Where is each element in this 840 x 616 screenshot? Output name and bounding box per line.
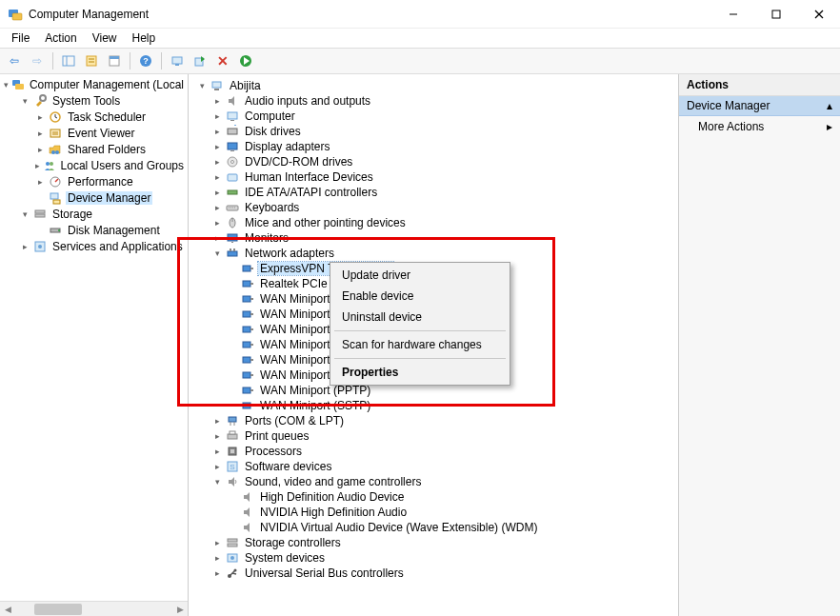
back-button[interactable]: ⇦ <box>4 50 25 71</box>
cat-keyboards[interactable]: ▸ Keyboards <box>210 200 678 215</box>
chevron-right-icon[interactable]: ▸ <box>211 156 223 168</box>
cat-software-devices[interactable]: ▸ S Software devices <box>210 459 678 474</box>
sound-device-2[interactable]: NVIDIA Virtual Audio Device (Wave Extens… <box>225 520 678 535</box>
svg-rect-44 <box>228 112 237 119</box>
chevron-right-icon[interactable]: ▸ <box>19 241 30 252</box>
chevron-down-icon[interactable]: ▾ <box>211 248 223 259</box>
cat-hid[interactable]: ▸ Human Interface Devices <box>210 169 678 185</box>
menu-action[interactable]: Action <box>37 30 84 46</box>
svg-rect-48 <box>228 143 237 149</box>
chevron-right-icon[interactable]: ▸ <box>211 567 223 579</box>
chevron-right-icon[interactable]: ▸ <box>211 95 223 107</box>
svg-rect-20 <box>15 84 24 89</box>
enable-button[interactable] <box>235 50 256 71</box>
update-driver-button[interactable] <box>190 50 210 71</box>
chevron-right-icon[interactable]: ▸ <box>211 217 223 229</box>
forward-button[interactable]: ⇨ <box>27 50 48 71</box>
cat-system-devices[interactable]: ▸ System devices <box>210 550 678 566</box>
uninstall-button[interactable]: ✕ <box>212 50 233 71</box>
sound-device-0[interactable]: High Definition Audio Device <box>225 489 678 505</box>
cat-audio-io[interactable]: ▸ Audio inputs and outputs <box>210 93 678 109</box>
scrollbar-thumb[interactable] <box>34 604 82 615</box>
cat-print-queues[interactable]: ▸ Print queues <box>210 428 678 444</box>
net-adapter-9[interactable]: WAN Miniport (SSTP) <box>225 398 678 413</box>
chevron-right-icon[interactable]: ▸ <box>211 141 223 152</box>
chevron-down-icon[interactable]: ▾ <box>211 476 223 487</box>
chevron-right-icon[interactable]: ▸ <box>211 415 223 427</box>
sound-device-1[interactable]: NVIDIA High Definition Audio <box>225 505 678 520</box>
minimize-button[interactable] <box>711 0 754 29</box>
display-icon <box>225 139 240 154</box>
chevron-right-icon[interactable]: ▸ <box>34 128 46 139</box>
left-pane-scrollbar[interactable]: ◀ ▶ <box>0 601 188 616</box>
cat-disk-drives[interactable]: ▸ Disk drives <box>210 124 678 139</box>
cat-computer[interactable]: ▸ Computer <box>210 109 678 124</box>
context-enable-device[interactable]: Enable device <box>332 286 508 307</box>
help-button[interactable]: ? <box>135 50 156 71</box>
tree-shared-folders[interactable]: ▸ Shared Folders <box>32 141 188 157</box>
chevron-right-icon[interactable]: ▸ <box>34 111 46 123</box>
tree-root-computer-management[interactable]: ▾ Computer Management (Local <box>2 76 188 92</box>
cat-ports[interactable]: ▸ Ports (COM & LPT) <box>210 413 678 428</box>
cat-dvd[interactable]: ▸ DVD/CD-ROM drives <box>210 154 678 169</box>
tree-task-scheduler[interactable]: ▸ Task Scheduler <box>32 109 188 125</box>
actions-section-device-manager[interactable]: Device Manager ▴ <box>679 96 840 116</box>
tree-storage[interactable]: ▾ Storage <box>17 206 188 222</box>
scan-hardware-button[interactable] <box>167 50 188 71</box>
chevron-right-icon[interactable]: ▸ <box>211 232 223 244</box>
svg-rect-36 <box>35 210 45 213</box>
device-root[interactable]: ▾ Abijita <box>194 78 678 93</box>
chevron-right-icon[interactable]: ▸ <box>34 176 46 188</box>
menu-file[interactable]: File <box>4 30 37 46</box>
svg-point-30 <box>46 162 50 166</box>
tree-device-manager[interactable]: Device Manager <box>32 189 188 206</box>
maximize-button[interactable] <box>754 0 797 29</box>
tree-local-users[interactable]: ▸ Local Users and Groups <box>32 157 188 173</box>
menu-view[interactable]: View <box>85 30 125 46</box>
menu-help[interactable]: Help <box>125 30 164 46</box>
chevron-down-icon[interactable]: ▾ <box>196 80 208 91</box>
properties-button[interactable] <box>81 50 102 71</box>
actions-more-actions[interactable]: More Actions ▸ <box>679 116 840 137</box>
cat-sound[interactable]: ▾ Sound, video and game controllers <box>210 474 678 489</box>
context-scan-hardware[interactable]: Scan for hardware changes <box>332 334 508 355</box>
tree-services-applications[interactable]: ▸ Services and Applications <box>17 238 188 254</box>
cat-network-adapters[interactable]: ▾ Network adapters <box>210 246 678 261</box>
svg-rect-3 <box>772 10 780 18</box>
chevron-right-icon[interactable]: ▸ <box>34 160 41 171</box>
hid-icon <box>225 169 240 185</box>
chevron-right-icon[interactable]: ▸ <box>211 171 223 183</box>
context-uninstall-device[interactable]: Uninstall device <box>332 307 508 328</box>
context-update-driver[interactable]: Update driver <box>332 265 508 286</box>
chevron-right-icon[interactable]: ▸ <box>211 430 223 442</box>
chevron-right-icon[interactable]: ▸ <box>211 461 223 472</box>
chevron-down-icon[interactable]: ▾ <box>19 95 30 107</box>
tree-event-viewer[interactable]: ▸ Event Viewer <box>32 125 188 141</box>
tree-performance[interactable]: ▸ Performance <box>32 173 188 189</box>
cat-mice[interactable]: ▸ Mice and other pointing devices <box>210 215 678 230</box>
scope-pane[interactable]: ▾ Computer Management (Local ▾ System <box>0 74 189 616</box>
cat-monitors[interactable]: ▸ Monitors <box>210 230 678 246</box>
refresh-button[interactable] <box>104 50 125 71</box>
cat-display-adapters[interactable]: ▸ Display adapters <box>210 139 678 154</box>
cat-usb[interactable]: ▸ Universal Serial Bus controllers <box>210 566 678 581</box>
context-properties[interactable]: Properties <box>332 362 508 383</box>
close-button[interactable] <box>797 0 840 29</box>
cat-processors[interactable]: ▸ Processors <box>210 444 678 459</box>
tree-system-tools[interactable]: ▾ System Tools <box>17 92 188 109</box>
chevron-right-icon[interactable]: ▸ <box>211 446 223 457</box>
tree-disk-management[interactable]: Disk Management <box>32 222 188 238</box>
chevron-right-icon[interactable]: ▸ <box>211 537 223 548</box>
chevron-right-icon[interactable]: ▸ <box>34 144 46 155</box>
show-hide-tree-button[interactable] <box>58 50 79 71</box>
chevron-right-icon[interactable]: ▸ <box>211 202 223 213</box>
event-viewer-icon <box>48 126 63 141</box>
cat-ide[interactable]: ▸ IDE ATA/ATAPI controllers <box>210 185 678 200</box>
chevron-right-icon[interactable]: ▸ <box>211 187 223 198</box>
chevron-down-icon[interactable]: ▾ <box>4 79 10 90</box>
chevron-right-icon[interactable]: ▸ <box>211 552 223 564</box>
cat-storage-controllers[interactable]: ▸ Storage controllers <box>210 535 678 550</box>
chevron-down-icon[interactable]: ▾ <box>19 209 30 220</box>
chevron-right-icon[interactable]: ▸ <box>211 126 223 137</box>
chevron-right-icon[interactable]: ▸ <box>211 110 223 122</box>
